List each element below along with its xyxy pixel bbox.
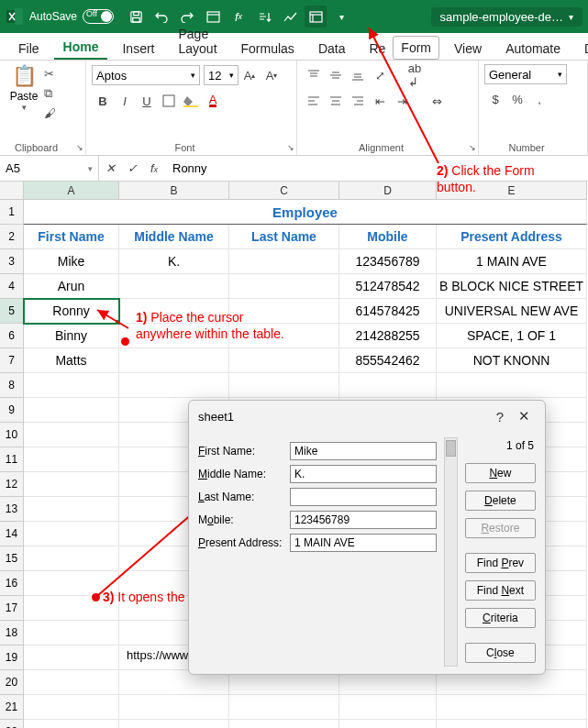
col-header-D[interactable]: D: [339, 182, 437, 200]
paste-button[interactable]: 📋 Paste ▾: [6, 64, 42, 123]
cell[interactable]: [229, 373, 339, 398]
cell[interactable]: [119, 348, 229, 373]
dialog-help-icon[interactable]: ?: [488, 409, 512, 425]
close-button[interactable]: Close: [465, 643, 536, 663]
cell[interactable]: Mike: [24, 249, 119, 274]
cell[interactable]: Matts: [24, 348, 119, 373]
cell[interactable]: 512478542: [339, 274, 437, 299]
cell[interactable]: Binny: [24, 324, 119, 348]
middle-name-input[interactable]: [290, 465, 437, 483]
cell[interactable]: [437, 373, 587, 398]
font-size-combo[interactable]: 12▾: [204, 65, 239, 85]
cell[interactable]: [24, 447, 119, 472]
row-header[interactable]: 4: [0, 274, 24, 299]
tab-file[interactable]: File: [9, 36, 49, 60]
tab-data[interactable]: Data: [309, 36, 355, 60]
new-button[interactable]: New: [465, 463, 536, 483]
alignment-launcher-icon[interactable]: ↘: [469, 143, 476, 152]
cell[interactable]: [339, 695, 437, 720]
cell[interactable]: UNIVERSAL NEW AVE: [437, 299, 587, 324]
decrease-font-icon[interactable]: A▾: [261, 65, 282, 85]
cut-icon[interactable]: ✂: [44, 65, 56, 83]
row-header[interactable]: 15: [0, 546, 24, 571]
header-cell[interactable]: Middle Name: [119, 225, 229, 249]
tab-home[interactable]: Home: [54, 34, 108, 60]
tab-form-highlighted[interactable]: Form: [393, 36, 439, 60]
row-header[interactable]: 18: [0, 621, 24, 645]
italic-button[interactable]: I: [115, 91, 135, 111]
address-input[interactable]: [290, 534, 437, 552]
header-cell[interactable]: Last Name: [229, 225, 339, 249]
cell[interactable]: [24, 546, 119, 571]
cell[interactable]: [24, 596, 119, 621]
criteria-button[interactable]: Criteria: [465, 608, 536, 628]
cell[interactable]: [339, 720, 437, 728]
orientation-icon[interactable]: ⤢: [370, 65, 390, 85]
header-cell[interactable]: Present Address: [437, 225, 587, 249]
cell[interactable]: 214288255: [339, 324, 437, 348]
find-next-button[interactable]: Find Next: [465, 580, 536, 601]
increase-indent-icon[interactable]: ⇥: [392, 91, 412, 111]
table-title[interactable]: Employee: [24, 200, 587, 225]
comma-format-icon[interactable]: ,: [529, 89, 549, 109]
workbook-filename[interactable]: sample-employee-de… ▾: [431, 7, 582, 27]
cell[interactable]: [229, 299, 339, 324]
align-center-icon[interactable]: [326, 91, 346, 111]
cell[interactable]: [119, 324, 229, 348]
qat-sort-icon[interactable]: [253, 6, 275, 28]
cell[interactable]: [339, 373, 437, 398]
cell[interactable]: [437, 720, 587, 728]
qat-customize-icon[interactable]: ▾: [330, 6, 352, 28]
cell[interactable]: [24, 621, 119, 645]
fill-color-icon[interactable]: [181, 91, 201, 111]
cell[interactable]: [24, 695, 119, 720]
header-cell[interactable]: Mobile: [339, 225, 437, 249]
row-header[interactable]: 6: [0, 324, 24, 348]
tab-automate[interactable]: Automate: [496, 36, 570, 60]
fx-icon[interactable]: fx: [143, 161, 165, 175]
save-icon[interactable]: [125, 6, 147, 28]
cell[interactable]: NOT KNONN: [437, 348, 587, 373]
cell[interactable]: [229, 274, 339, 299]
enter-formula-icon[interactable]: ✓: [121, 161, 143, 175]
row-header[interactable]: 11: [0, 447, 24, 472]
align-left-icon[interactable]: [304, 91, 324, 111]
cell[interactable]: [229, 348, 339, 373]
align-middle-icon[interactable]: [326, 65, 346, 85]
row-header[interactable]: 7: [0, 348, 24, 373]
cell[interactable]: [229, 695, 339, 720]
tab-page-layout[interactable]: Page Layout: [169, 21, 226, 60]
row-header[interactable]: 13: [0, 497, 24, 522]
bold-button[interactable]: B: [93, 91, 113, 111]
copy-icon[interactable]: ⧉: [44, 84, 56, 103]
qat-chart-icon[interactable]: [279, 6, 301, 28]
row-header[interactable]: 2: [0, 225, 24, 249]
cell[interactable]: 614578425: [339, 299, 437, 324]
cell[interactable]: [119, 274, 229, 299]
cell[interactable]: [24, 522, 119, 546]
cell[interactable]: [229, 720, 339, 728]
qat-fx-icon[interactable]: fx: [227, 6, 250, 28]
row-header[interactable]: 1: [0, 200, 24, 225]
tab-view[interactable]: View: [445, 36, 491, 60]
row-header[interactable]: 8: [0, 373, 24, 398]
dialog-scrollbar[interactable]: [444, 437, 458, 667]
col-header-C[interactable]: C: [229, 182, 339, 200]
cell[interactable]: K.: [119, 249, 229, 274]
col-header-A[interactable]: A: [24, 182, 119, 200]
cell[interactable]: [24, 472, 119, 497]
font-launcher-icon[interactable]: ↘: [287, 143, 294, 152]
qat-form-icon[interactable]: [305, 6, 327, 28]
header-cell[interactable]: First Name: [24, 225, 119, 249]
cell[interactable]: B BLOCK NICE STREET: [437, 274, 587, 299]
number-format-combo[interactable]: General▾: [484, 64, 567, 84]
decrease-indent-icon[interactable]: ⇤: [370, 91, 390, 111]
cell[interactable]: [119, 695, 229, 720]
row-header[interactable]: 10: [0, 423, 24, 447]
first-name-input[interactable]: [290, 442, 437, 460]
align-bottom-icon[interactable]: [348, 65, 368, 85]
select-all-corner[interactable]: [0, 182, 24, 200]
format-painter-icon[interactable]: 🖌: [44, 104, 56, 122]
row-header[interactable]: 17: [0, 596, 24, 621]
cell[interactable]: [119, 720, 229, 728]
